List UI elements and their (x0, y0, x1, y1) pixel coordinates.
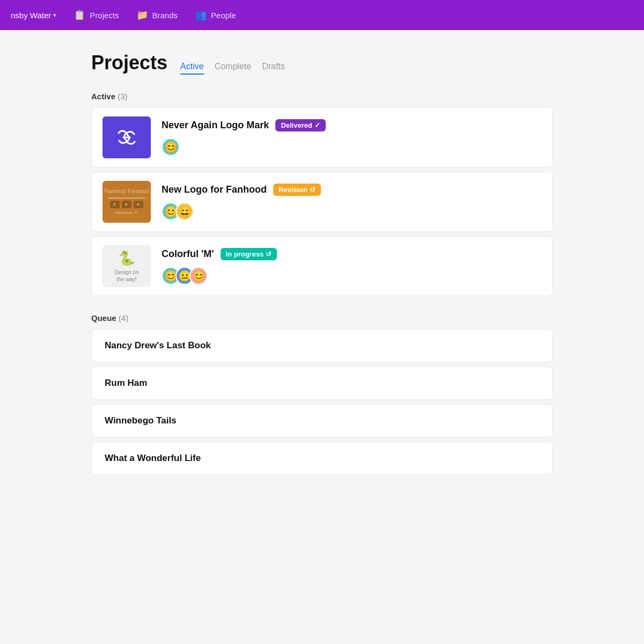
navbar: nsby Water ▾ 📋 Projects 📁 Brands 👥 Peopl… (0, 0, 644, 30)
fanhood-inner: Fanhood Fanhood F F F Fanhood ✏ (103, 181, 151, 223)
brands-icon: 📁 (136, 9, 148, 21)
project-name-row-never-again: Never Again Logo Mark Delivered ✓ (162, 119, 541, 131)
page-header: Projects Active Complete Drafts (91, 52, 553, 75)
project-name-never-again: Never Again Logo Mark (162, 120, 269, 131)
badge-inprogress: In progress ↺ (221, 248, 277, 260)
project-name-row-colorful-m: Colorful 'M' In progress ↺ (162, 248, 541, 260)
fanhood-logos-row: F F F (110, 201, 143, 208)
project-thumb-colorful-m: 🐍 Design onthe way! (103, 245, 151, 287)
face-icon: 😊 (164, 142, 178, 152)
nav-brand[interactable]: nsby Water ▾ (11, 11, 56, 20)
project-card-never-again[interactable]: Never Again Logo Mark Delivered ✓ 😊 (91, 107, 553, 167)
project-info-never-again: Never Again Logo Mark Delivered ✓ 😊 (162, 119, 541, 156)
project-card-fanhood[interactable]: Fanhood Fanhood F F F Fanhood ✏ (91, 172, 553, 232)
design-on-the-way-text: Design onthe way! (114, 269, 138, 283)
avatar: 😄 (175, 202, 194, 221)
queue-name-wonderful: What a Wonderful Life (105, 453, 201, 463)
chevron-down-icon: ▾ (53, 12, 56, 19)
project-name-colorful-m: Colorful 'M' (162, 248, 214, 260)
page-title: Projects (91, 52, 167, 74)
page-tabs: Active Complete Drafts (180, 62, 285, 75)
queue-card-nancy[interactable]: Nancy Drew's Last Book (91, 329, 553, 362)
nav-item-projects[interactable]: 📋 Projects (74, 9, 119, 21)
nav-brand-label: nsby Water (11, 11, 51, 20)
project-name-fanhood: New Logo for Fanhood (162, 184, 267, 195)
queue-section: Queue (4) Nancy Drew's Last Book Rum Ham… (91, 313, 553, 475)
badge-revision: Revision ↺ (273, 184, 321, 196)
avatars-colorful-m: 😊 😐 😊 (162, 267, 541, 285)
face-icon: 😊 (192, 270, 206, 281)
avatars-fanhood: 😊 😄 (162, 202, 541, 221)
tab-active[interactable]: Active (180, 62, 204, 75)
queue-card-winnebego[interactable]: Winnebego Tails (91, 404, 553, 437)
avatar: 😊 (189, 267, 208, 285)
people-icon: 👥 (195, 9, 207, 21)
queue-name-nancy: Nancy Drew's Last Book (105, 340, 211, 350)
queue-card-wonderful[interactable]: What a Wonderful Life (91, 442, 553, 475)
nav-item-people[interactable]: 👥 People (195, 9, 236, 21)
face-icon: 😄 (178, 206, 192, 217)
project-thumb-fanhood: Fanhood Fanhood F F F Fanhood ✏ (103, 181, 151, 223)
queue-card-rum-ham[interactable]: Rum Ham (91, 367, 553, 400)
main-content: Projects Active Complete Drafts Active (… (80, 30, 564, 514)
avatar: 😊 (162, 138, 180, 156)
tab-complete[interactable]: Complete (215, 62, 251, 75)
projects-icon: 📋 (74, 9, 85, 21)
active-section-header: Active (3) (91, 92, 553, 101)
active-label: Active (91, 92, 115, 101)
queue-name-rum-ham: Rum Ham (105, 378, 147, 388)
tab-drafts[interactable]: Drafts (262, 62, 285, 75)
queue-name-winnebego: Winnebego Tails (105, 415, 177, 426)
nav-item-projects-label: Projects (90, 11, 119, 20)
nav-item-brands[interactable]: 📁 Brands (136, 9, 178, 21)
project-card-colorful-m[interactable]: 🐍 Design onthe way! Colorful 'M' In prog… (91, 236, 553, 296)
avatars-never-again: 😊 (162, 138, 541, 156)
project-thumb-never-again (103, 116, 151, 158)
queue-count: (4) (119, 313, 128, 323)
project-info-fanhood: New Logo for Fanhood Revision ↺ 😊 😄 (162, 184, 541, 221)
snake-icon: 🐍 (118, 250, 135, 267)
active-section: Active (3) (91, 92, 553, 296)
badge-delivered: Delivered ✓ (275, 119, 325, 131)
active-count: (3) (118, 92, 127, 101)
queue-section-header: Queue (4) (91, 313, 553, 323)
nav-item-brands-label: Brands (152, 11, 178, 20)
project-info-colorful-m: Colorful 'M' In progress ↺ 😊 😐 😊 (162, 248, 541, 285)
na-logo (103, 116, 151, 158)
nav-item-people-label: People (211, 11, 236, 20)
project-name-row-fanhood: New Logo for Fanhood Revision ↺ (162, 184, 541, 196)
queue-label: Queue (91, 313, 116, 323)
